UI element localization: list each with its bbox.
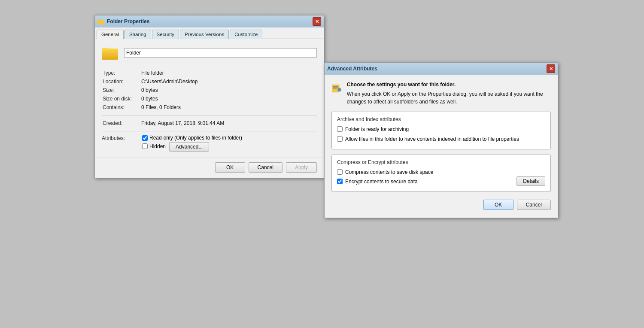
table-row: Location: C:\Users\Admin\Desktop [102, 77, 317, 86]
table-row: Created: Friday, August 17, 2018, 9:01:4… [102, 119, 317, 128]
adv-title: Advanced Attributes [327, 66, 547, 72]
attributes-controls: Read-only (Only applies to files in fold… [142, 135, 317, 152]
ok-button[interactable]: OK [215, 162, 245, 173]
attributes-section: Attributes: Read-only (Only applies to f… [102, 135, 317, 152]
adv-title-bar: Advanced Attributes ✕ [325, 63, 558, 75]
folder-props-title: Folder Properties [107, 18, 313, 24]
separator-2 [102, 115, 317, 115]
encrypt-checkbox-row: Encrypt contents to secure data [337, 178, 433, 185]
table-row: Size on disk: 0 bytes [102, 94, 317, 103]
size-on-disk-label: Size on disk: [102, 94, 140, 103]
adv-description: Choose the settings you want for this fo… [347, 81, 551, 106]
tab-customize[interactable]: Customize [230, 30, 262, 39]
attr-buttons-row: Hidden Advanced... [142, 142, 317, 152]
adv-header: Choose the settings you want for this fo… [331, 81, 551, 106]
archive-checkbox-row: Folder is ready for archiving [337, 126, 545, 133]
table-row: Type: File folder [102, 69, 317, 77]
index-checkbox-row: Allow files in this folder to have conte… [337, 136, 545, 143]
readonly-label: Read-only (Only applies to files in fold… [149, 135, 242, 141]
readonly-checkbox[interactable] [142, 135, 148, 141]
adv-icon [331, 81, 342, 96]
advanced-button[interactable]: Advanced... [169, 142, 209, 152]
adv-buttons: OK Cancel [331, 197, 551, 212]
compress-checkbox[interactable] [337, 169, 343, 175]
table-row: Size: 0 bytes [102, 86, 317, 94]
compress-label: Compress contents to save disk space [345, 169, 433, 176]
tab-sharing[interactable]: Sharing [125, 30, 151, 39]
hidden-checkbox[interactable] [142, 143, 148, 149]
details-button[interactable]: Details [516, 176, 545, 186]
svg-rect-0 [97, 20, 104, 24]
contains-label: Contains: [102, 103, 140, 112]
index-checkbox[interactable] [337, 136, 343, 142]
apply-button[interactable]: Apply [286, 162, 317, 173]
svg-rect-8 [333, 87, 338, 88]
location-label: Location: [102, 77, 140, 86]
created-label: Created: [102, 119, 140, 128]
encrypt-section: Compress or Encrypt attributes Compress … [331, 155, 551, 192]
archive-section: Archive and Index attributes Folder is r… [331, 112, 551, 149]
size-value: 0 bytes [140, 86, 317, 94]
svg-rect-5 [102, 48, 108, 50]
hidden-checkbox-row: Hidden [142, 143, 166, 149]
svg-rect-9 [333, 88, 337, 89]
adv-ok-button[interactable]: OK [483, 200, 513, 210]
svg-rect-7 [333, 86, 338, 87]
tab-previous-versions[interactable]: Previous Versions [180, 30, 229, 39]
tab-general[interactable]: General [97, 30, 124, 39]
size-label: Size: [102, 86, 140, 94]
folder-props-tabs: General Sharing Security Previous Versio… [95, 27, 324, 39]
encrypt-section-title: Compress or Encrypt attributes [337, 159, 545, 165]
archive-section-title: Archive and Index attributes [337, 116, 545, 122]
folder-properties-window: Folder Properties ✕ General Sharing Secu… [94, 15, 324, 178]
adv-desc-line1: Choose the settings you want for this fo… [347, 81, 551, 88]
separator-3 [102, 131, 317, 131]
created-table: Created: Friday, August 17, 2018, 9:01:4… [102, 119, 317, 128]
archive-checkbox[interactable] [337, 126, 343, 132]
adv-content: Choose the settings you want for this fo… [325, 75, 558, 218]
folder-name-input[interactable] [124, 48, 317, 58]
advanced-attributes-window: Advanced Attributes ✕ Choose the setting… [324, 62, 558, 218]
svg-rect-1 [97, 19, 100, 21]
adv-desc-line2: When you click OK or Apply on the Proper… [347, 90, 551, 106]
folder-props-title-bar: Folder Properties ✕ [95, 15, 324, 27]
folder-header [102, 45, 317, 61]
separator-1 [102, 65, 317, 65]
encrypt-checkboxes: Compress contents to save disk space Enc… [337, 169, 433, 188]
location-value: C:\Users\Admin\Desktop [140, 77, 317, 86]
hidden-label: Hidden [149, 143, 166, 149]
encrypt-label: Encrypt contents to secure data [345, 178, 418, 185]
size-on-disk-value: 0 bytes [140, 94, 317, 103]
cancel-button[interactable]: Cancel [249, 162, 283, 173]
tab-security[interactable]: Security [152, 30, 179, 39]
created-value: Friday, August 17, 2018, 9:01:44 AM [140, 119, 317, 128]
encrypt-checkbox[interactable] [337, 179, 343, 184]
general-tab-content: Type: File folder Location: C:\Users\Adm… [95, 39, 324, 158]
compress-checkbox-row: Compress contents to save disk space [337, 169, 433, 176]
encrypt-section-content: Compress contents to save disk space Enc… [337, 169, 545, 188]
index-label: Allow files in this folder to have conte… [345, 136, 519, 143]
svg-rect-4 [102, 49, 118, 60]
type-value: File folder [140, 69, 317, 77]
contains-value: 0 Files, 0 Folders [140, 103, 317, 112]
readonly-checkbox-row: Read-only (Only applies to files in fold… [142, 135, 317, 141]
adv-cancel-button[interactable]: Cancel [517, 200, 551, 210]
folder-title-icon [97, 18, 104, 25]
table-row: Contains: 0 Files, 0 Folders [102, 103, 317, 112]
folder-icon [102, 45, 119, 61]
adv-close-button[interactable]: ✕ [547, 64, 555, 73]
archive-label: Folder is ready for archiving [345, 126, 409, 133]
info-table: Type: File folder Location: C:\Users\Adm… [102, 69, 317, 112]
folder-props-buttons: OK Cancel Apply [95, 158, 324, 178]
folder-props-close-button[interactable]: ✕ [313, 17, 321, 26]
attributes-label: Attributes: [102, 135, 140, 141]
type-label: Type: [102, 69, 140, 77]
